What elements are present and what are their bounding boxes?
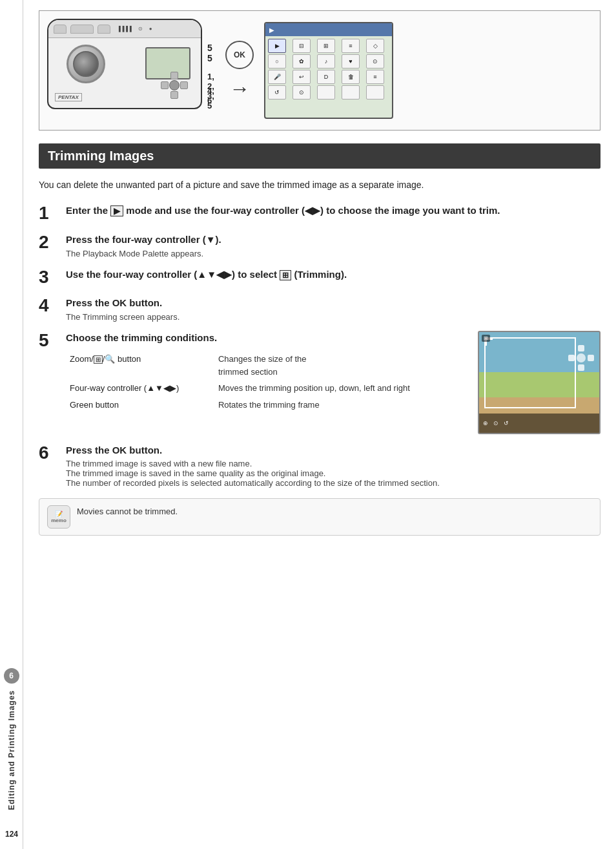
step-label-46: 4, 6 xyxy=(207,86,215,105)
memo-text: Movies cannot be trimmed. xyxy=(77,505,178,519)
menu-icon-17 xyxy=(317,85,335,100)
step-1-text-rest: mode and use the four-way controller (◀▶… xyxy=(126,205,500,216)
dpad-up xyxy=(170,72,178,79)
step-5-text-area: Choose the trimming conditions. Zoom/⊞/🔍… xyxy=(66,331,470,434)
trim-dpad-down xyxy=(578,364,584,371)
step-4-desc: The Trimming screen appears. xyxy=(66,312,601,322)
camera-diagram: ▐▐▐▐ ⊙ ● PENTAX xyxy=(47,19,215,122)
step-3-number: 3 xyxy=(39,267,59,288)
step-2-content: Press the four-way controller (▼). The P… xyxy=(66,233,601,258)
fourway-label: Four-way controller (▲▼◀▶) xyxy=(67,381,214,396)
menu-icon-5: ○ xyxy=(268,54,286,68)
arrow-right-icon: → xyxy=(229,77,250,101)
shutter-btn: ● xyxy=(149,26,152,32)
trim-mode-icon: ⊞ xyxy=(482,335,490,342)
zoom-desc-line2: trimmed section xyxy=(218,367,278,377)
menu-icon-3: ≡ xyxy=(342,39,360,53)
play-icon: ▶ xyxy=(269,26,274,34)
menu-icon-9: ⊙ xyxy=(366,54,384,68)
step-2: 2 Press the four-way controller (▼). The… xyxy=(39,233,601,258)
mode-dial: ⊙ xyxy=(138,26,143,32)
camera-top: ▐▐▐▐ ⊙ ● xyxy=(48,20,201,38)
trim-screen-image: ⊞ ⊕ ⊙ ↺ xyxy=(478,331,601,434)
pentax-logo: PENTAX xyxy=(55,93,82,101)
menu-icon-10: 🎤 xyxy=(268,70,286,84)
step-1-content: Enter the ▶ mode and use the four-way co… xyxy=(66,204,601,220)
step-3-text: Use the four-way controller (▲▼◀▶) to se… xyxy=(66,269,280,280)
menu-icon-19 xyxy=(366,85,384,100)
step-4: 4 Press the OK button. The Trimming scre… xyxy=(39,296,601,322)
camera-bump-1 xyxy=(54,25,67,34)
ok-ctrl-icon: ⊙ xyxy=(493,420,498,426)
menu-icon-2: ⊞ xyxy=(317,39,335,53)
menu-screen-diagram: ▶ ▶ ⊟ ⊞ ≡ ◇ ○ ✿ ♪ ♥ ⊙ 🎤 ↩ D 🗑 ≡ xyxy=(264,22,393,119)
camera-dpad xyxy=(161,72,188,99)
menu-icon-14: ≡ xyxy=(366,70,384,84)
step-3: 3 Use the four-way controller (▲▼◀▶) to … xyxy=(39,267,601,288)
zoom-label: Zoom/⊞/🔍 button xyxy=(67,351,214,379)
step-4-number: 4 xyxy=(39,296,59,316)
step-5-layout: Choose the trimming conditions. Zoom/⊞/🔍… xyxy=(66,331,601,434)
fourway-desc: Moves the trimming position up, down, le… xyxy=(216,381,469,396)
menu-icon-4: ◇ xyxy=(366,39,384,53)
step-2-number: 2 xyxy=(39,233,59,253)
dpad-right xyxy=(180,81,188,89)
menu-icon-11: ↩ xyxy=(293,70,311,84)
trim-dpad-right xyxy=(588,355,594,361)
menu-grid: ▶ ⊟ ⊞ ≡ ◇ ○ ✿ ♪ ♥ ⊙ 🎤 ↩ D 🗑 ≡ ↺ ⊙ xyxy=(265,36,392,102)
step-3-content: Use the four-way controller (▲▼◀▶) to se… xyxy=(66,267,601,284)
camera-body: ▐▐▐▐ ⊙ ● PENTAX xyxy=(47,19,202,109)
step-6-desc: The trimmed image is saved with a new fi… xyxy=(66,459,601,488)
trim-bottom-bar: ⊕ ⊙ ↺ xyxy=(479,414,599,433)
zoom-icon-inline: ⊞ xyxy=(94,355,103,364)
zoom-desc: Changes the size of the trimmed section xyxy=(216,351,469,379)
ok-button-label: OK xyxy=(234,50,245,59)
step-3-title: Use the four-way controller (▲▼◀▶) to se… xyxy=(66,267,601,282)
main-content: ▐▐▐▐ ⊙ ● PENTAX xyxy=(23,0,616,849)
camera-dpad-area xyxy=(161,72,188,99)
page-number: 124 xyxy=(0,830,23,839)
memo-icon: 📝 memo xyxy=(47,505,70,529)
green-row: Green button Rotates the trimming frame xyxy=(67,397,469,413)
green-desc: Rotates the trimming frame xyxy=(216,397,469,413)
menu-icon-16: ⊙ xyxy=(293,85,311,100)
menu-icon-8: ♥ xyxy=(342,54,360,68)
zoom-row: Zoom/⊞/🔍 button Changes the size of the … xyxy=(67,351,469,379)
camera-bump-3 xyxy=(98,25,110,34)
trim-dpad-left xyxy=(568,355,575,361)
step-2-desc: The Playback Mode Palette appears. xyxy=(66,249,601,258)
menu-icon-15: ↺ xyxy=(268,85,286,100)
sidebar-chapter-label: Editing and Printing Images xyxy=(7,690,16,810)
step-5: 5 Choose the trimming conditions. Zoom/⊞… xyxy=(39,331,601,434)
section-title: Trimming Images xyxy=(39,143,601,169)
step-6: 6 Press the OK button. The trimmed image… xyxy=(39,443,601,488)
memo-label: memo xyxy=(51,518,67,523)
camera-lens xyxy=(67,45,105,83)
step-label-5b: 5 xyxy=(207,52,212,64)
trim-frame xyxy=(484,337,576,408)
step-6-number: 6 xyxy=(39,443,59,463)
memo-box: 📝 memo Movies cannot be trimmed. xyxy=(39,498,601,536)
menu-icon-13: 🗑 xyxy=(342,70,360,84)
dpad-down xyxy=(170,91,178,99)
rotate-ctrl-icon: ↺ xyxy=(504,420,509,426)
step-4-content: Press the OK button. The Trimming screen… xyxy=(66,296,601,322)
zoom-desc-line1: Changes the size of the xyxy=(218,354,307,364)
trim-dpad-up xyxy=(578,345,584,351)
menu-icon-play: ▶ xyxy=(268,39,286,53)
ok-arrow-area: OK → xyxy=(225,41,254,101)
dpad-left xyxy=(161,81,169,89)
step-1-number: 1 xyxy=(39,204,59,224)
step-1-title: Enter the ▶ mode and use the four-way co… xyxy=(66,204,601,218)
menu-header: ▶ xyxy=(265,23,392,36)
menu-icon-1: ⊟ xyxy=(293,39,311,53)
memo-icon-text: 📝 xyxy=(55,510,63,518)
menu-icon-12: D xyxy=(317,70,335,84)
trim-screen-dpad xyxy=(568,345,594,371)
step-6-content: Press the OK button. The trimmed image i… xyxy=(66,443,601,488)
ok-button-diagram: OK xyxy=(225,41,254,69)
step-2-title: Press the four-way controller (▼). xyxy=(66,233,601,247)
battery-indicator: ▐▐▐▐ xyxy=(117,26,132,32)
step-1-text-enter: Enter the xyxy=(66,205,110,216)
controls-table: Zoom/⊞/🔍 button Changes the size of the … xyxy=(66,350,470,414)
